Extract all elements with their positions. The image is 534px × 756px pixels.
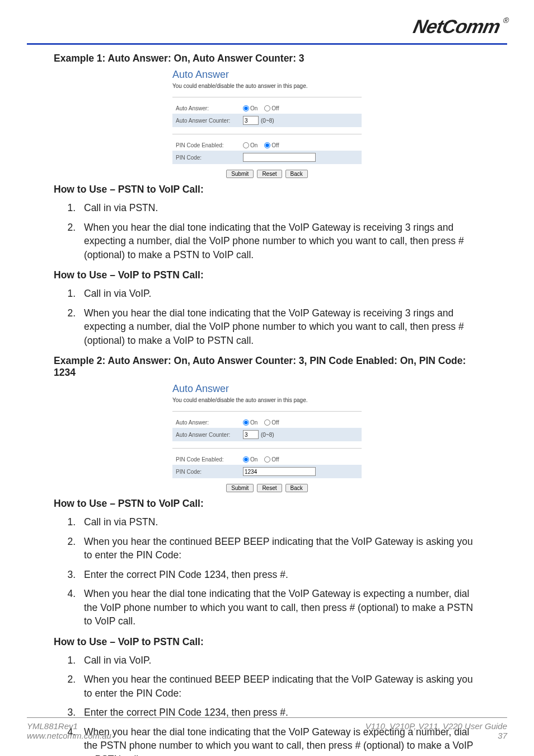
panel-subtitle: You could enable/disable the auto answer… [172, 83, 362, 89]
ex1-pstn-title: How to Use – PSTN to VoIP Call: [54, 184, 480, 195]
counter-hint: (0~8) [261, 118, 274, 124]
ex2-pstn-steps: Call in via PSTN. When you hear the cont… [54, 513, 480, 632]
divider [172, 134, 362, 134]
pin-code-input[interactable] [243, 153, 316, 162]
pin-code-row: PIN Code: [172, 465, 362, 478]
auto-answer-off-radio[interactable]: Off [264, 105, 279, 111]
radio-off[interactable] [264, 419, 270, 426]
pin-enabled-label: PIN Code Enabled: [176, 456, 243, 463]
panel-buttons: Submit Reset Back [172, 170, 362, 178]
pin-code-input[interactable] [243, 467, 316, 476]
ex2-pstn-title: How to Use – PSTN to VoIP Call: [54, 498, 480, 510]
back-button[interactable]: Back [285, 484, 308, 492]
auto-answer-row: Auto Answer: On Off [172, 417, 362, 428]
auto-answer-panel-2: Auto Answer You could enable/disable the… [172, 383, 362, 492]
panel-buttons: Submit Reset Back [172, 484, 362, 492]
list-item: Enter the correct PIN Code 1234, then pr… [78, 566, 480, 585]
panel-title: Auto Answer [172, 69, 362, 81]
auto-answer-off-radio[interactable]: Off [264, 419, 279, 426]
pin-code-label: PIN Code: [176, 469, 243, 475]
radio-on[interactable] [243, 456, 249, 463]
auto-answer-row: Auto Answer: On Off [172, 103, 362, 114]
auto-answer-panel-1: Auto Answer You could enable/disable the… [172, 69, 362, 178]
radio-off[interactable] [264, 456, 270, 463]
pin-code-label: PIN Code: [176, 155, 243, 161]
pin-enabled-row: PIN Code Enabled: On Off [172, 140, 362, 151]
submit-button[interactable]: Submit [226, 170, 254, 178]
pin-on-radio[interactable]: On [243, 142, 257, 148]
radio-on-label: On [250, 419, 257, 426]
counter-input[interactable] [243, 430, 259, 439]
radio-on-label: On [250, 142, 257, 148]
radio-on[interactable] [243, 105, 249, 111]
list-item: When you hear the dial tone indicating t… [78, 304, 480, 351]
counter-hint: (0~8) [261, 432, 274, 438]
footer-right: V110, V210P, V211, V220 User Guide 37 [366, 721, 507, 740]
divider [172, 97, 362, 97]
doc-revision: YML881Rev1 [27, 721, 111, 731]
brand-logo: NetComm® [411, 16, 509, 38]
radio-off-label: Off [271, 142, 279, 148]
back-button[interactable]: Back [285, 170, 308, 178]
radio-on-label: On [250, 105, 257, 111]
pin-on-radio[interactable]: On [243, 456, 257, 463]
pin-code-row: PIN Code: [172, 151, 362, 164]
counter-label: Auto Answer Counter: [176, 118, 243, 124]
ex2-voip-title: How to Use – VoIP to PSTN Call: [54, 636, 480, 648]
pin-enabled-label: PIN Code Enabled: [176, 142, 243, 148]
example1-heading: Example 1: Auto Answer: On, Auto Answer … [54, 53, 480, 64]
list-item: Call in via PSTN. [78, 513, 480, 533]
doc-url: www.netcomm.com.au [27, 731, 111, 740]
example2-heading: Example 2: Auto Answer: On, Auto Answer … [54, 355, 480, 379]
counter-input[interactable] [243, 116, 259, 125]
divider [172, 448, 362, 449]
registered-mark: ® [502, 16, 509, 25]
list-item: When you hear the dial tone indicating t… [78, 585, 480, 632]
pin-enabled-row: PIN Code Enabled: On Off [172, 454, 362, 465]
counter-row: Auto Answer Counter: (0~8) [172, 114, 362, 127]
doc-title: V110, V210P, V211, V220 User Guide [366, 721, 507, 731]
counter-label: Auto Answer Counter: [176, 432, 243, 438]
radio-off-label: Off [271, 105, 279, 111]
radio-on[interactable] [243, 142, 249, 148]
radio-off-label: Off [271, 419, 279, 426]
radio-off[interactable] [264, 105, 270, 111]
footer-left: YML881Rev1 www.netcomm.com.au [27, 721, 111, 740]
reset-button[interactable]: Reset [257, 170, 282, 178]
list-item: Call in via VoIP. [78, 284, 480, 304]
auto-answer-label: Auto Answer: [176, 419, 243, 426]
list-item: When you hear the continued BEEP BEEP in… [78, 533, 480, 566]
page-number: 37 [366, 731, 507, 740]
radio-off[interactable] [264, 142, 270, 148]
brand-name: NetComm [411, 16, 502, 37]
list-item: When you hear the continued BEEP BEEP in… [78, 670, 480, 703]
reset-button[interactable]: Reset [257, 484, 282, 492]
list-item: When you hear the dial tone indicating t… [78, 218, 480, 265]
divider [172, 411, 362, 412]
auto-answer-on-radio[interactable]: On [243, 419, 257, 426]
auto-answer-on-radio[interactable]: On [243, 105, 257, 111]
radio-on-label: On [250, 456, 257, 463]
submit-button[interactable]: Submit [226, 484, 254, 492]
pin-off-radio[interactable]: Off [264, 142, 279, 148]
radio-off-label: Off [271, 456, 279, 463]
panel-title: Auto Answer [172, 383, 362, 395]
ex1-voip-title: How to Use – VoIP to PSTN Call: [54, 269, 480, 281]
pin-off-radio[interactable]: Off [264, 456, 279, 463]
page-header: NetComm® [27, 12, 507, 45]
list-item: Call in via VoIP. [78, 651, 480, 671]
ex1-pstn-steps: Call in via PSTN. When you hear the dial… [54, 199, 480, 265]
radio-on[interactable] [243, 419, 249, 426]
page-footer: YML881Rev1 www.netcomm.com.au V110, V210… [27, 717, 507, 740]
auto-answer-label: Auto Answer: [176, 105, 243, 111]
panel-subtitle: You could enable/disable the auto answer… [172, 397, 362, 403]
list-item: Call in via PSTN. [78, 199, 480, 218]
counter-row: Auto Answer Counter: (0~8) [172, 428, 362, 441]
ex1-voip-steps: Call in via VoIP. When you hear the dial… [54, 284, 480, 351]
